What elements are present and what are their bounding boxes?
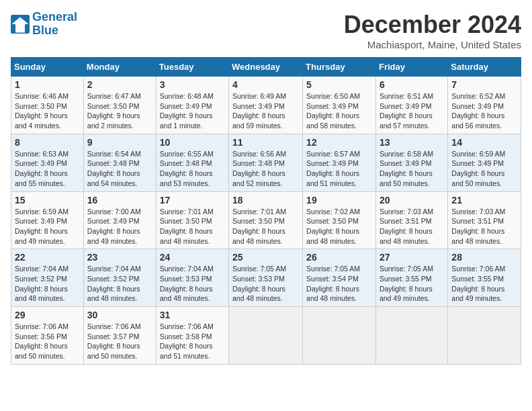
day-info: Sunrise: 7:01 AMSunset: 3:50 PMDaylight:…	[160, 208, 214, 245]
day-number: 6	[380, 79, 444, 90]
day-cell: 8Sunrise: 6:53 AMSunset: 3:49 PMDaylight…	[11, 134, 84, 191]
day-number: 31	[160, 310, 225, 320]
day-number: 13	[380, 137, 444, 148]
day-cell: 24Sunrise: 7:04 AMSunset: 3:53 PMDayligh…	[156, 249, 228, 307]
day-cell: 6Sunrise: 6:51 AMSunset: 3:49 PMDaylight…	[375, 77, 447, 134]
day-number: 3	[160, 79, 225, 90]
day-number: 14	[451, 137, 517, 148]
week-row-5: 29Sunrise: 7:06 AMSunset: 3:56 PMDayligh…	[11, 307, 521, 365]
day-cell: 13Sunrise: 6:58 AMSunset: 3:49 PMDayligh…	[375, 134, 447, 191]
day-info: Sunrise: 7:06 AMSunset: 3:55 PMDaylight:…	[451, 265, 505, 302]
day-cell: 27Sunrise: 7:05 AMSunset: 3:55 PMDayligh…	[375, 249, 447, 307]
day-info: Sunrise: 6:56 AMSunset: 3:48 PMDaylight:…	[232, 150, 286, 187]
day-cell: 16Sunrise: 7:00 AMSunset: 3:49 PMDayligh…	[83, 191, 156, 249]
logo-text: General Blue	[32, 11, 77, 38]
day-number: 15	[15, 195, 80, 205]
day-number: 11	[232, 137, 299, 148]
day-info: Sunrise: 6:57 AMSunset: 3:49 PMDaylight:…	[306, 150, 360, 187]
day-number: 9	[87, 137, 152, 148]
day-info: Sunrise: 7:06 AMSunset: 3:58 PMDaylight:…	[160, 322, 214, 360]
day-info: Sunrise: 6:50 AMSunset: 3:49 PMDaylight:…	[306, 92, 360, 130]
day-number: 30	[87, 310, 152, 320]
day-cell: 2Sunrise: 6:47 AMSunset: 3:50 PMDaylight…	[83, 77, 156, 134]
day-info: Sunrise: 6:59 AMSunset: 3:49 PMDaylight:…	[451, 150, 505, 187]
logo: General Blue	[11, 11, 77, 38]
day-cell: 3Sunrise: 6:48 AMSunset: 3:49 PMDaylight…	[156, 77, 228, 134]
day-cell: 9Sunrise: 6:54 AMSunset: 3:48 PMDaylight…	[83, 134, 156, 191]
day-number: 25	[232, 252, 299, 263]
day-cell: 17Sunrise: 7:01 AMSunset: 3:50 PMDayligh…	[156, 191, 228, 249]
day-info: Sunrise: 6:52 AMSunset: 3:49 PMDaylight:…	[451, 92, 505, 130]
col-header-saturday: Saturday	[448, 58, 521, 77]
day-number: 17	[160, 195, 225, 205]
day-number: 22	[15, 252, 80, 263]
day-cell: 19Sunrise: 7:02 AMSunset: 3:50 PMDayligh…	[303, 191, 376, 249]
day-info: Sunrise: 7:04 AMSunset: 3:52 PMDaylight:…	[15, 265, 69, 302]
day-number: 29	[15, 310, 80, 320]
day-number: 16	[87, 195, 152, 205]
col-header-thursday: Thursday	[303, 58, 376, 77]
day-cell: 29Sunrise: 7:06 AMSunset: 3:56 PMDayligh…	[11, 307, 84, 365]
col-header-friday: Friday	[375, 58, 447, 77]
day-cell: 26Sunrise: 7:05 AMSunset: 3:54 PMDayligh…	[303, 249, 376, 307]
day-cell	[229, 307, 303, 365]
location: Machiasport, Maine, United States	[344, 39, 521, 50]
day-info: Sunrise: 6:54 AMSunset: 3:48 PMDaylight:…	[87, 150, 141, 187]
day-info: Sunrise: 6:58 AMSunset: 3:49 PMDaylight:…	[380, 150, 433, 187]
day-number: 7	[451, 79, 517, 90]
day-number: 24	[160, 252, 225, 263]
day-info: Sunrise: 6:59 AMSunset: 3:49 PMDaylight:…	[15, 208, 69, 245]
day-info: Sunrise: 7:01 AMSunset: 3:50 PMDaylight:…	[232, 208, 286, 245]
day-number: 8	[15, 137, 80, 148]
day-number: 10	[160, 137, 225, 148]
day-number: 28	[451, 252, 517, 263]
day-info: Sunrise: 7:02 AMSunset: 3:50 PMDaylight:…	[306, 208, 360, 245]
page-header: General Blue December 2024 Machiasport, …	[11, 11, 521, 50]
day-number: 4	[232, 79, 299, 90]
day-number: 23	[87, 252, 152, 263]
day-info: Sunrise: 6:46 AMSunset: 3:50 PMDaylight:…	[15, 92, 69, 130]
day-info: Sunrise: 6:48 AMSunset: 3:49 PMDaylight:…	[160, 92, 214, 130]
day-number: 5	[306, 79, 372, 90]
title-block: December 2024 Machiasport, Maine, United…	[344, 11, 521, 50]
week-row-1: 1Sunrise: 6:46 AMSunset: 3:50 PMDaylight…	[11, 77, 521, 134]
week-row-2: 8Sunrise: 6:53 AMSunset: 3:49 PMDaylight…	[11, 134, 521, 191]
day-info: Sunrise: 7:03 AMSunset: 3:51 PMDaylight:…	[451, 208, 505, 245]
calendar-table: SundayMondayTuesdayWednesdayThursdayFrid…	[11, 57, 521, 365]
day-info: Sunrise: 7:03 AMSunset: 3:51 PMDaylight:…	[380, 208, 433, 245]
day-cell	[303, 307, 376, 365]
month-title: December 2024	[344, 11, 521, 39]
day-info: Sunrise: 7:05 AMSunset: 3:55 PMDaylight:…	[380, 265, 433, 302]
day-number: 27	[380, 252, 444, 263]
day-cell: 14Sunrise: 6:59 AMSunset: 3:49 PMDayligh…	[448, 134, 521, 191]
day-number: 18	[232, 195, 299, 205]
day-cell: 4Sunrise: 6:49 AMSunset: 3:49 PMDaylight…	[229, 77, 303, 134]
day-cell	[375, 307, 447, 365]
week-row-3: 15Sunrise: 6:59 AMSunset: 3:49 PMDayligh…	[11, 191, 521, 249]
day-cell: 1Sunrise: 6:46 AMSunset: 3:50 PMDaylight…	[11, 77, 84, 134]
day-cell: 31Sunrise: 7:06 AMSunset: 3:58 PMDayligh…	[156, 307, 228, 365]
logo-icon	[11, 15, 30, 34]
day-info: Sunrise: 7:05 AMSunset: 3:53 PMDaylight:…	[232, 265, 286, 302]
day-info: Sunrise: 6:55 AMSunset: 3:48 PMDaylight:…	[160, 150, 214, 187]
col-header-monday: Monday	[83, 58, 156, 77]
day-info: Sunrise: 7:04 AMSunset: 3:53 PMDaylight:…	[160, 265, 214, 302]
day-number: 12	[306, 137, 372, 148]
day-number: 1	[15, 79, 80, 90]
day-number: 19	[306, 195, 372, 205]
day-info: Sunrise: 7:05 AMSunset: 3:54 PMDaylight:…	[306, 265, 360, 302]
day-info: Sunrise: 6:53 AMSunset: 3:49 PMDaylight:…	[15, 150, 69, 187]
day-info: Sunrise: 6:47 AMSunset: 3:50 PMDaylight:…	[87, 92, 141, 130]
day-cell: 10Sunrise: 6:55 AMSunset: 3:48 PMDayligh…	[156, 134, 228, 191]
day-cell: 22Sunrise: 7:04 AMSunset: 3:52 PMDayligh…	[11, 249, 84, 307]
day-cell: 25Sunrise: 7:05 AMSunset: 3:53 PMDayligh…	[229, 249, 303, 307]
day-number: 20	[380, 195, 444, 205]
day-cell: 15Sunrise: 6:59 AMSunset: 3:49 PMDayligh…	[11, 191, 84, 249]
col-header-tuesday: Tuesday	[156, 58, 228, 77]
week-row-4: 22Sunrise: 7:04 AMSunset: 3:52 PMDayligh…	[11, 249, 521, 307]
day-cell	[448, 307, 521, 365]
day-info: Sunrise: 6:51 AMSunset: 3:49 PMDaylight:…	[380, 92, 433, 130]
day-cell: 5Sunrise: 6:50 AMSunset: 3:49 PMDaylight…	[303, 77, 376, 134]
col-header-sunday: Sunday	[11, 58, 84, 77]
day-info: Sunrise: 7:06 AMSunset: 3:56 PMDaylight:…	[15, 322, 69, 360]
